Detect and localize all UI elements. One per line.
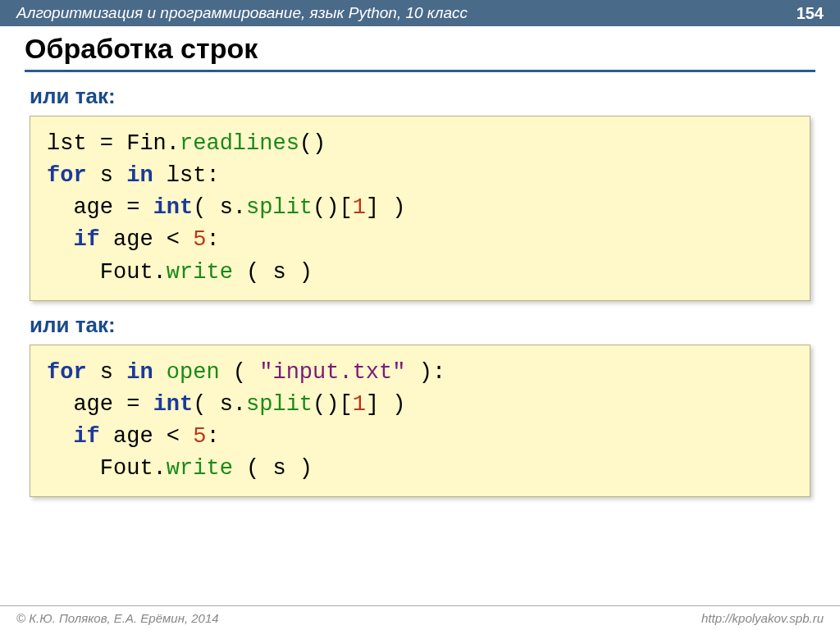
- page-number: 154: [797, 4, 824, 23]
- code-block-2: for s in open ( "input.txt" ): age = int…: [30, 345, 810, 498]
- footer: © К.Ю. Поляков, Е.А. Ерёмин, 2014 http:/…: [0, 605, 840, 630]
- footer-url: http://kpolyakov.spb.ru: [701, 611, 824, 625]
- slide-content: Обработка строк или так: lst = Fin.readl…: [0, 26, 840, 497]
- footer-copyright: © К.Ю. Поляков, Е.А. Ерёмин, 2014: [16, 611, 219, 625]
- main-title: Обработка строк: [25, 33, 815, 72]
- course-title: Алгоритмизация и программирование, язык …: [16, 4, 468, 22]
- sub-label-2: или так:: [30, 313, 815, 338]
- header-bar: Алгоритмизация и программирование, язык …: [0, 0, 840, 26]
- code-block-1: lst = Fin.readlines() for s in lst: age …: [30, 116, 810, 301]
- sub-label-1: или так:: [30, 84, 815, 109]
